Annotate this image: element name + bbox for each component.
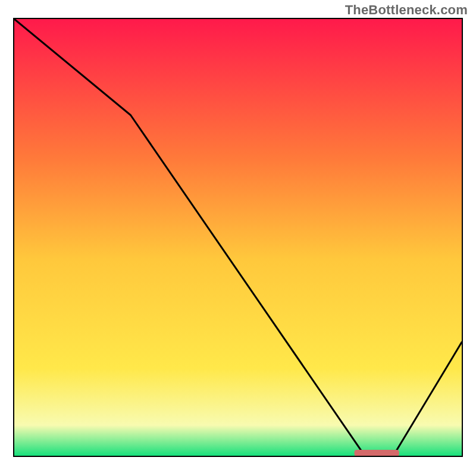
optimal-marker — [355, 450, 399, 456]
chart-svg — [14, 19, 462, 456]
plot-area — [13, 18, 463, 457]
watermark-text: TheBottleneck.com — [345, 2, 468, 18]
chart-container: TheBottleneck.com — [0, 0, 476, 476]
gradient-background — [14, 19, 462, 456]
